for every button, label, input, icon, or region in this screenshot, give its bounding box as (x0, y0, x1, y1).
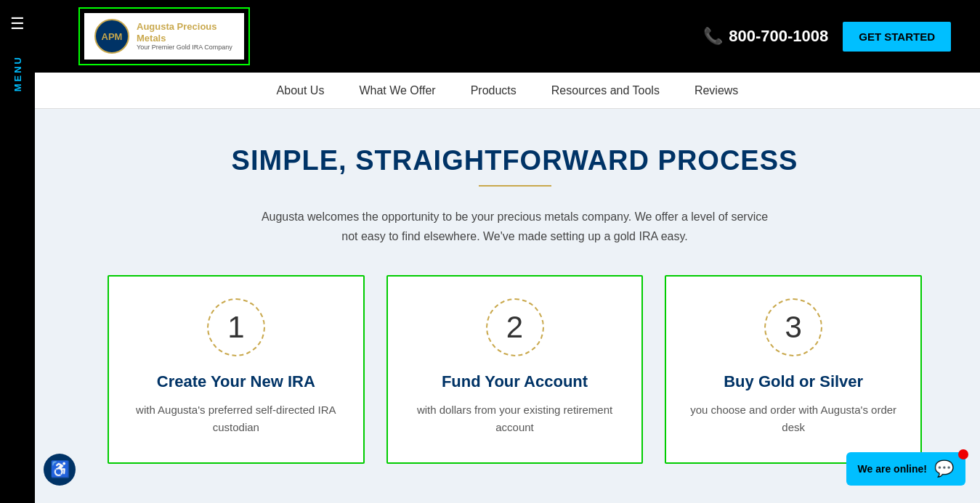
card-desc-1: with Augusta's preferred self-directed I… (129, 401, 343, 436)
logo-tagline: Your Premier Gold IRA Company (137, 44, 234, 52)
top-right: 📞 800-700-1008 GET STARTED (703, 22, 951, 52)
card-title-2: Fund Your Account (442, 372, 588, 391)
get-started-button[interactable]: GET STARTED (843, 22, 951, 52)
step-circle-2: 2 (486, 298, 544, 356)
nav-item-about-us[interactable]: About Us (274, 84, 328, 97)
card-title-3: Buy Gold or Silver (724, 372, 863, 391)
logo-circle: APM (94, 19, 129, 54)
card-desc-2: with dollars from your existing retireme… (408, 401, 622, 436)
nav-item-resources[interactable]: Resources and Tools (548, 84, 663, 97)
card-title-1: Create Your New IRA (157, 372, 315, 391)
hamburger-icon[interactable]: ☰ (10, 15, 25, 33)
steps-row: 1 Create Your New IRA with Augusta's pre… (108, 275, 922, 464)
chat-widget[interactable]: We are online! 💬 (846, 452, 965, 486)
main-content: SIMPLE, STRAIGHTFORWARD PROCESS Augusta … (35, 109, 980, 503)
accessibility-icon: ♿ (50, 460, 70, 479)
step-circle-3: 3 (764, 298, 822, 356)
navbar: About Us What We Offer Products Resource… (35, 73, 980, 109)
nav-item-reviews[interactable]: Reviews (692, 84, 741, 97)
step-circle-1: 1 (207, 298, 265, 356)
topbar: APM Augusta Precious Metals Your Premier… (35, 0, 980, 73)
section-title: SIMPLE, STRAIGHTFORWARD PROCESS (108, 145, 922, 176)
nav-item-products[interactable]: Products (468, 84, 519, 97)
step-card-3: 3 Buy Gold or Silver you choose and orde… (665, 275, 922, 464)
card-desc-3: you choose and order with Augusta's orde… (687, 401, 900, 436)
phone-icon: 📞 (703, 27, 723, 46)
title-divider (479, 185, 551, 187)
logo-container[interactable]: APM Augusta Precious Metals Your Premier… (78, 7, 250, 65)
logo-name: Augusta Precious Metals (137, 21, 234, 44)
nav-item-what-we-offer[interactable]: What We Offer (356, 84, 438, 97)
chat-label: We are online! (858, 463, 927, 475)
menu-label: MENU (12, 55, 23, 91)
chat-online-dot (958, 449, 968, 459)
phone-block: 📞 800-700-1008 (703, 27, 828, 46)
step-card-2: 2 Fund Your Account with dollars from yo… (386, 275, 644, 464)
section-description: Augusta welcomes the opportunity to be y… (261, 207, 769, 246)
sidebar: ☰ MENU (0, 0, 35, 503)
chat-icon: 💬 (934, 459, 954, 478)
phone-number: 800-700-1008 (729, 27, 828, 46)
logo-inner: APM Augusta Precious Metals Your Premier… (84, 13, 244, 60)
step-card-1: 1 Create Your New IRA with Augusta's pre… (108, 275, 365, 464)
accessibility-button[interactable]: ♿ (44, 454, 76, 486)
logo-text-block: Augusta Precious Metals Your Premier Gol… (137, 21, 234, 52)
